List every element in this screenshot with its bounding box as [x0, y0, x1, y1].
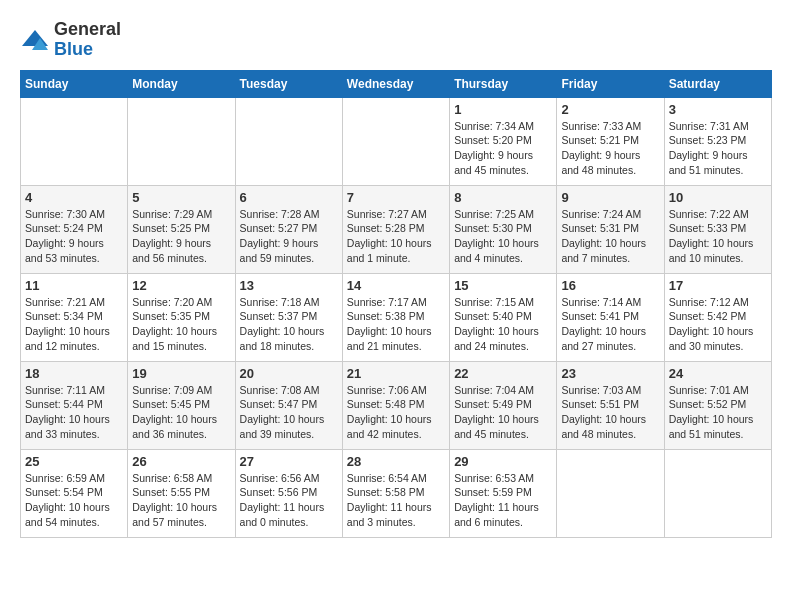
- day-number: 23: [561, 366, 659, 381]
- calendar-cell: 2Sunrise: 7:33 AM Sunset: 5:21 PM Daylig…: [557, 97, 664, 185]
- calendar-cell: 29Sunrise: 6:53 AM Sunset: 5:59 PM Dayli…: [450, 449, 557, 537]
- day-number: 9: [561, 190, 659, 205]
- calendar-cell: 5Sunrise: 7:29 AM Sunset: 5:25 PM Daylig…: [128, 185, 235, 273]
- calendar-cell: [342, 97, 449, 185]
- weekday-header-row: SundayMondayTuesdayWednesdayThursdayFrid…: [21, 70, 772, 97]
- weekday-header-wednesday: Wednesday: [342, 70, 449, 97]
- day-number: 5: [132, 190, 230, 205]
- calendar-cell: [557, 449, 664, 537]
- calendar-week-row: 25Sunrise: 6:59 AM Sunset: 5:54 PM Dayli…: [21, 449, 772, 537]
- calendar-cell: 3Sunrise: 7:31 AM Sunset: 5:23 PM Daylig…: [664, 97, 771, 185]
- calendar-cell: 8Sunrise: 7:25 AM Sunset: 5:30 PM Daylig…: [450, 185, 557, 273]
- calendar-cell: 1Sunrise: 7:34 AM Sunset: 5:20 PM Daylig…: [450, 97, 557, 185]
- calendar-cell: 10Sunrise: 7:22 AM Sunset: 5:33 PM Dayli…: [664, 185, 771, 273]
- day-number: 10: [669, 190, 767, 205]
- day-number: 2: [561, 102, 659, 117]
- calendar-cell: 15Sunrise: 7:15 AM Sunset: 5:40 PM Dayli…: [450, 273, 557, 361]
- day-number: 12: [132, 278, 230, 293]
- logo: General Blue: [20, 20, 121, 60]
- day-number: 18: [25, 366, 123, 381]
- day-info: Sunrise: 7:14 AM Sunset: 5:41 PM Dayligh…: [561, 295, 659, 354]
- day-info: Sunrise: 7:11 AM Sunset: 5:44 PM Dayligh…: [25, 383, 123, 442]
- day-number: 14: [347, 278, 445, 293]
- day-info: Sunrise: 7:27 AM Sunset: 5:28 PM Dayligh…: [347, 207, 445, 266]
- day-number: 3: [669, 102, 767, 117]
- day-number: 11: [25, 278, 123, 293]
- day-number: 16: [561, 278, 659, 293]
- day-info: Sunrise: 7:33 AM Sunset: 5:21 PM Dayligh…: [561, 119, 659, 178]
- calendar-cell: 25Sunrise: 6:59 AM Sunset: 5:54 PM Dayli…: [21, 449, 128, 537]
- day-info: Sunrise: 7:22 AM Sunset: 5:33 PM Dayligh…: [669, 207, 767, 266]
- weekday-header-thursday: Thursday: [450, 70, 557, 97]
- day-number: 17: [669, 278, 767, 293]
- calendar-cell: 14Sunrise: 7:17 AM Sunset: 5:38 PM Dayli…: [342, 273, 449, 361]
- day-number: 21: [347, 366, 445, 381]
- day-info: Sunrise: 7:06 AM Sunset: 5:48 PM Dayligh…: [347, 383, 445, 442]
- calendar-cell: [128, 97, 235, 185]
- day-info: Sunrise: 6:53 AM Sunset: 5:59 PM Dayligh…: [454, 471, 552, 530]
- calendar-cell: 22Sunrise: 7:04 AM Sunset: 5:49 PM Dayli…: [450, 361, 557, 449]
- day-number: 22: [454, 366, 552, 381]
- day-info: Sunrise: 7:31 AM Sunset: 5:23 PM Dayligh…: [669, 119, 767, 178]
- weekday-header-tuesday: Tuesday: [235, 70, 342, 97]
- day-number: 8: [454, 190, 552, 205]
- day-info: Sunrise: 7:20 AM Sunset: 5:35 PM Dayligh…: [132, 295, 230, 354]
- calendar-week-row: 4Sunrise: 7:30 AM Sunset: 5:24 PM Daylig…: [21, 185, 772, 273]
- day-number: 20: [240, 366, 338, 381]
- calendar-cell: 12Sunrise: 7:20 AM Sunset: 5:35 PM Dayli…: [128, 273, 235, 361]
- day-info: Sunrise: 6:59 AM Sunset: 5:54 PM Dayligh…: [25, 471, 123, 530]
- calendar-week-row: 1Sunrise: 7:34 AM Sunset: 5:20 PM Daylig…: [21, 97, 772, 185]
- day-number: 26: [132, 454, 230, 469]
- day-info: Sunrise: 7:12 AM Sunset: 5:42 PM Dayligh…: [669, 295, 767, 354]
- calendar-cell: 11Sunrise: 7:21 AM Sunset: 5:34 PM Dayli…: [21, 273, 128, 361]
- day-number: 13: [240, 278, 338, 293]
- calendar-cell: 20Sunrise: 7:08 AM Sunset: 5:47 PM Dayli…: [235, 361, 342, 449]
- day-number: 4: [25, 190, 123, 205]
- day-number: 19: [132, 366, 230, 381]
- calendar-cell: 27Sunrise: 6:56 AM Sunset: 5:56 PM Dayli…: [235, 449, 342, 537]
- day-info: Sunrise: 7:09 AM Sunset: 5:45 PM Dayligh…: [132, 383, 230, 442]
- logo-text: General Blue: [54, 20, 121, 60]
- calendar-cell: [21, 97, 128, 185]
- calendar-cell: 19Sunrise: 7:09 AM Sunset: 5:45 PM Dayli…: [128, 361, 235, 449]
- day-info: Sunrise: 6:54 AM Sunset: 5:58 PM Dayligh…: [347, 471, 445, 530]
- calendar-cell: 23Sunrise: 7:03 AM Sunset: 5:51 PM Dayli…: [557, 361, 664, 449]
- day-info: Sunrise: 7:17 AM Sunset: 5:38 PM Dayligh…: [347, 295, 445, 354]
- day-info: Sunrise: 7:15 AM Sunset: 5:40 PM Dayligh…: [454, 295, 552, 354]
- day-info: Sunrise: 7:01 AM Sunset: 5:52 PM Dayligh…: [669, 383, 767, 442]
- day-info: Sunrise: 7:18 AM Sunset: 5:37 PM Dayligh…: [240, 295, 338, 354]
- calendar-week-row: 18Sunrise: 7:11 AM Sunset: 5:44 PM Dayli…: [21, 361, 772, 449]
- day-info: Sunrise: 7:34 AM Sunset: 5:20 PM Dayligh…: [454, 119, 552, 178]
- day-info: Sunrise: 6:56 AM Sunset: 5:56 PM Dayligh…: [240, 471, 338, 530]
- calendar-cell: 26Sunrise: 6:58 AM Sunset: 5:55 PM Dayli…: [128, 449, 235, 537]
- logo-icon: [20, 28, 50, 52]
- calendar-cell: 28Sunrise: 6:54 AM Sunset: 5:58 PM Dayli…: [342, 449, 449, 537]
- day-number: 24: [669, 366, 767, 381]
- day-number: 29: [454, 454, 552, 469]
- calendar-cell: 4Sunrise: 7:30 AM Sunset: 5:24 PM Daylig…: [21, 185, 128, 273]
- calendar-cell: 6Sunrise: 7:28 AM Sunset: 5:27 PM Daylig…: [235, 185, 342, 273]
- calendar-cell: 7Sunrise: 7:27 AM Sunset: 5:28 PM Daylig…: [342, 185, 449, 273]
- day-info: Sunrise: 7:03 AM Sunset: 5:51 PM Dayligh…: [561, 383, 659, 442]
- day-info: Sunrise: 7:28 AM Sunset: 5:27 PM Dayligh…: [240, 207, 338, 266]
- calendar-cell: 21Sunrise: 7:06 AM Sunset: 5:48 PM Dayli…: [342, 361, 449, 449]
- day-number: 25: [25, 454, 123, 469]
- day-info: Sunrise: 7:08 AM Sunset: 5:47 PM Dayligh…: [240, 383, 338, 442]
- day-info: Sunrise: 7:21 AM Sunset: 5:34 PM Dayligh…: [25, 295, 123, 354]
- calendar-cell: 13Sunrise: 7:18 AM Sunset: 5:37 PM Dayli…: [235, 273, 342, 361]
- weekday-header-sunday: Sunday: [21, 70, 128, 97]
- header-section: General Blue: [20, 20, 772, 60]
- day-info: Sunrise: 7:24 AM Sunset: 5:31 PM Dayligh…: [561, 207, 659, 266]
- day-info: Sunrise: 6:58 AM Sunset: 5:55 PM Dayligh…: [132, 471, 230, 530]
- calendar-cell: 9Sunrise: 7:24 AM Sunset: 5:31 PM Daylig…: [557, 185, 664, 273]
- day-info: Sunrise: 7:25 AM Sunset: 5:30 PM Dayligh…: [454, 207, 552, 266]
- day-number: 15: [454, 278, 552, 293]
- calendar-table: SundayMondayTuesdayWednesdayThursdayFrid…: [20, 70, 772, 538]
- day-info: Sunrise: 7:30 AM Sunset: 5:24 PM Dayligh…: [25, 207, 123, 266]
- calendar-cell: 16Sunrise: 7:14 AM Sunset: 5:41 PM Dayli…: [557, 273, 664, 361]
- day-info: Sunrise: 7:04 AM Sunset: 5:49 PM Dayligh…: [454, 383, 552, 442]
- calendar-cell: 24Sunrise: 7:01 AM Sunset: 5:52 PM Dayli…: [664, 361, 771, 449]
- weekday-header-friday: Friday: [557, 70, 664, 97]
- day-number: 1: [454, 102, 552, 117]
- calendar-cell: [235, 97, 342, 185]
